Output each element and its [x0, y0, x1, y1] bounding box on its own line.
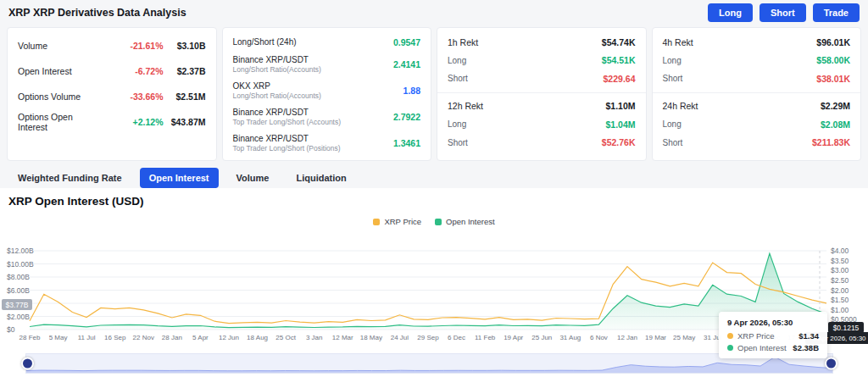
ratio-row: Binance XRP/USDTLong/Short Ratio(Account… — [223, 51, 431, 77]
chart-range-navigator[interactable] — [25, 353, 833, 374]
x-axis-label: 3 Jan — [306, 334, 323, 341]
rekt-short-label: Short — [448, 74, 468, 83]
rekt-short-label: Short — [663, 138, 683, 147]
x-axis-label: 19 Apr — [504, 334, 523, 341]
x-axis-label: 16 Sep — [104, 334, 126, 341]
rekt-long-value: $1.04M — [605, 119, 635, 130]
rekt-total-value: $1.10M — [605, 101, 635, 111]
rekt-header-row: 4h Rekt$96.01K — [653, 33, 861, 52]
legend-swatch-icon — [435, 219, 442, 225]
stat-change: -21.61% — [104, 41, 164, 51]
rekt-short-value: $229.64 — [604, 74, 636, 84]
legend-swatch-icon — [373, 219, 380, 225]
chart-tooltip: 9 Apr 2026, 05:30 XRP Price $1.34 Open I… — [719, 312, 827, 358]
x-axis-label: 18 Aug — [247, 334, 268, 341]
right-axis-tick: $2.50 — [831, 276, 849, 285]
x-axis-label: 22 Nov — [133, 334, 154, 341]
legend-label: XRP Price — [384, 217, 421, 226]
ratio-value: 0.9547 — [393, 37, 420, 47]
open-interest-dot-icon — [727, 345, 733, 351]
rekt-long-row: Long$2.08M — [653, 115, 861, 134]
rekt-section: 4h Rekt$96.01KLong$58.00KShort$38.01K — [653, 33, 861, 88]
rekt-card-4h-24h: 4h Rekt$96.01KLong$58.00KShort$38.01K24h… — [652, 27, 862, 161]
rekt-short-row: Short$38.01K — [653, 69, 861, 88]
stat-value: $2.37B — [164, 66, 206, 76]
right-axis-tick: $3.00 — [831, 266, 849, 274]
x-axis-label: 6 Dec — [448, 334, 465, 341]
right-axis-tick: $3.50 — [831, 257, 849, 265]
x-axis-label: 28 Feb — [19, 334, 41, 341]
ratio-row: Binance XRP/USDTTop Trader Long/Short (A… — [223, 103, 431, 130]
tooltip-price-row: XRP Price $1.34 — [727, 331, 819, 341]
x-axis-label: 25 May — [673, 334, 695, 341]
rekt-long-value: $2.08M — [821, 119, 850, 130]
stat-label: Volume — [18, 41, 104, 51]
legend-label: Open Interest — [446, 217, 495, 226]
stat-value: $3.10B — [164, 41, 206, 51]
ratio-value: 1.88 — [403, 86, 420, 96]
rekt-period-label: 4h Rekt — [663, 37, 693, 47]
page-title: XRP XRP Derivatives Data Analysis — [8, 7, 186, 19]
tooltip-price-value: $1.34 — [798, 331, 819, 341]
rekt-header-row: 24h Rekt$2.29M — [653, 97, 861, 116]
rekt-long-row: Long$58.00K — [653, 52, 861, 70]
x-axis-label: 5 May — [49, 334, 68, 341]
ratio-sublabel: Long/Short Ratio(Accounts) — [233, 65, 321, 74]
rekt-long-label: Long — [448, 56, 466, 65]
left-axis-tick: $2.00B — [7, 313, 30, 321]
x-axis-label: 25 Jun — [531, 334, 552, 341]
header-actions: LongShortTrade — [708, 3, 860, 22]
svg-text:$0.1215: $0.1215 — [833, 324, 860, 332]
rekt-long-value: $58.00K — [816, 55, 850, 65]
tab-liquidation[interactable]: Liquidation — [287, 168, 355, 188]
ratio-value: 2.7922 — [393, 112, 420, 122]
svg-text:$3.77B: $3.77B — [6, 301, 29, 309]
legend-item-xrp-price[interactable]: XRP Price — [373, 217, 421, 226]
navigator-left-handle[interactable] — [21, 358, 34, 370]
long-button[interactable]: Long — [708, 3, 753, 22]
rekt-short-label: Short — [448, 138, 468, 147]
xrp-price-dot-icon — [727, 333, 733, 339]
tab-open-interest[interactable]: Open Interest — [140, 168, 219, 188]
legend-item-open-interest[interactable]: Open Interest — [435, 217, 495, 226]
tab-weighted-funding-rate[interactable]: Weighted Funding Rate — [8, 168, 131, 188]
ratio-value: 2.4141 — [393, 59, 420, 69]
left-axis-tick: $12.00B — [7, 247, 34, 255]
chart-title: XRP Open Interest (USD) — [8, 195, 144, 208]
card-divider — [437, 92, 646, 93]
chart-tabs: Weighted Funding RateOpen InterestVolume… — [8, 168, 356, 188]
rekt-card-1h-12h: 1h Rekt$54.74KLong$54.51KShort$229.6412h… — [437, 27, 647, 161]
stat-label: Open Interest — [18, 66, 104, 76]
trade-button[interactable]: Trade — [813, 3, 860, 22]
header-bar: XRP XRP Derivatives Data Analysis LongSh… — [0, 0, 868, 25]
rekt-period-label: 1h Rekt — [448, 37, 478, 47]
x-axis-label: 29 Sep — [417, 334, 439, 341]
left-axis-badge: $3.77B — [2, 299, 32, 310]
market-stats-card: Volume-21.61%$3.10BOpen Interest-6.72%$2… — [7, 27, 217, 161]
ratio-sublabel: Top Trader Long/Short (Accounts) — [233, 118, 342, 126]
rekt-short-value: $38.01K — [816, 74, 850, 84]
ratio-row: Long/Short (24h)0.9547 — [223, 33, 431, 51]
stat-change: -33.66% — [104, 91, 164, 102]
rekt-section: 24h Rekt$2.29MLong$2.08MShort$211.83K — [653, 97, 861, 152]
x-axis-label: 11 Jul — [78, 334, 96, 341]
ratio-sublabel: Long/Short Ratio(Accounts) — [233, 91, 321, 100]
x-axis-label: 31 Aug — [559, 334, 581, 341]
derivatives-dashboard: XRP XRP Derivatives Data Analysis LongSh… — [0, 0, 868, 377]
rekt-long-label: Long — [663, 119, 682, 129]
short-button[interactable]: Short — [760, 3, 806, 22]
rekt-long-value: $54.51K — [602, 55, 636, 65]
open-interest-area — [30, 253, 826, 330]
right-axis-tick: $2.00 — [831, 286, 849, 295]
tooltip-oi-row: Open Interest $2.38B — [727, 343, 819, 352]
rekt-long-label: Long — [663, 56, 682, 65]
navigator-right-handle[interactable] — [825, 358, 837, 370]
tab-volume[interactable]: Volume — [227, 168, 279, 188]
right-axis-tick: $1.00 — [831, 306, 849, 314]
rekt-period-label: 12h Rekt — [448, 101, 483, 111]
ratio-label: Binance XRP/USDTTop Trader Long/Short (A… — [233, 108, 342, 126]
x-axis-label: 5 Apr — [192, 334, 209, 341]
x-axis-label: 19 Mar — [645, 334, 666, 341]
stat-change: -6.72% — [104, 66, 164, 76]
x-axis-label: 6 Nov — [590, 334, 608, 341]
